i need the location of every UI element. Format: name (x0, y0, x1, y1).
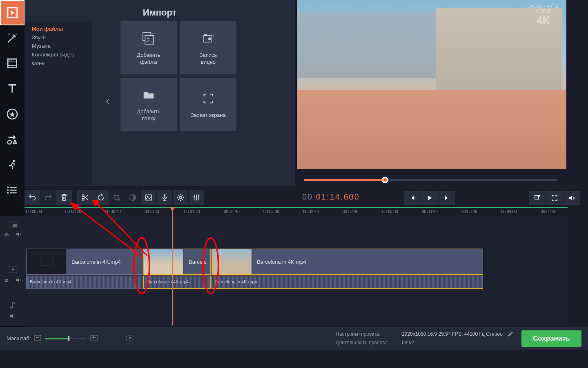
color-adjust-button[interactable] (125, 190, 140, 205)
track-visibility-toggle[interactable] (3, 277, 10, 285)
svg-point-11 (13, 60, 14, 61)
audio-clip-2[interactable]: Barcelona in 4K.mp4 (143, 276, 211, 289)
svg-rect-35 (164, 194, 165, 198)
preview-right-controls (529, 191, 580, 205)
screen-capture-icon (200, 90, 217, 107)
import-title: Импорт (24, 0, 295, 23)
rotate-button[interactable] (93, 190, 109, 205)
svg-point-31 (82, 198, 84, 200)
overlay-track-controls (0, 231, 24, 239)
video-clip-3[interactable]: Barcelona in 4K.mp4 (212, 249, 483, 275)
svg-point-20 (7, 186, 9, 188)
svg-rect-2 (16, 8, 17, 18)
project-settings-value: 1920x1080 16:9 29.97 FPS, 44100 Гц Стере… (402, 331, 503, 338)
speaker-icon (9, 313, 15, 319)
screen-capture-label: Захват экрана (191, 112, 226, 119)
playhead[interactable] (172, 207, 173, 325)
undo-button[interactable] (24, 190, 40, 205)
redo-button[interactable] (40, 190, 56, 205)
svg-point-34 (147, 196, 148, 197)
add-files-label: Добавить файлы (137, 52, 160, 66)
tool-magic-wand[interactable] (0, 25, 24, 51)
fullscreen-button[interactable] (546, 191, 563, 205)
tool-media[interactable] (0, 0, 24, 25)
import-category-video-collection[interactable]: Коллекция видео (24, 50, 92, 59)
crop-button[interactable] (109, 190, 125, 205)
import-category-sounds[interactable]: Звуки (24, 33, 92, 42)
audio-clip-3[interactable]: Barcelona in 4K.mp4 (212, 276, 483, 289)
volume-button[interactable] (564, 191, 580, 205)
svg-point-27 (208, 37, 211, 40)
ruler-tick: 00:01:40 (224, 209, 240, 214)
zoom-label: Масштаб: (7, 335, 31, 341)
ruler-tick: 00:04:00 (501, 209, 517, 214)
import-category-backgrounds[interactable]: Фоны (24, 59, 92, 67)
shapes-arrow-icon (6, 133, 19, 146)
ruler-tick: 00:03:00 (382, 209, 398, 214)
track-mute-toggle[interactable] (16, 231, 22, 239)
svg-marker-59 (129, 337, 131, 339)
zoom-fit-icon[interactable] (126, 335, 134, 342)
pip-icon (9, 221, 18, 228)
zoom-out-icon[interactable] (34, 335, 41, 342)
image-button[interactable] (141, 190, 156, 205)
tool-text[interactable] (0, 76, 24, 101)
import-category-my-files[interactable]: Мои файлы (24, 25, 92, 33)
audio-clip-1[interactable]: Barcelona in 4K.mp4 (26, 276, 143, 289)
tool-list[interactable] (0, 177, 24, 203)
equalizer-button[interactable] (189, 190, 204, 205)
track-visibility-toggle[interactable] (3, 231, 10, 239)
clip-label: Barcelona in 4K.mp4 (252, 259, 306, 265)
split-button[interactable] (77, 190, 93, 205)
preview-scrubber[interactable] (304, 177, 557, 183)
tool-motion[interactable] (0, 152, 24, 177)
svg-rect-39 (198, 195, 200, 197)
project-duration-label: Длительность проекта: (336, 340, 397, 346)
play-button[interactable] (421, 191, 438, 205)
microphone-button[interactable] (157, 190, 172, 205)
tool-stickers[interactable] (0, 101, 24, 127)
delete-button[interactable] (56, 190, 72, 205)
track-mute-toggle[interactable] (9, 313, 15, 321)
svg-rect-37 (194, 196, 195, 197)
tool-shapes[interactable] (0, 127, 24, 152)
add-files-tile[interactable]: Добавить файлы (120, 21, 177, 74)
video-track-controls (0, 277, 24, 285)
add-folder-tile[interactable]: Добавить папку (120, 78, 177, 131)
svg-point-50 (10, 307, 13, 309)
prev-frame-button[interactable] (404, 191, 421, 205)
zoom-slider[interactable] (45, 338, 86, 339)
record-video-tile[interactable]: Запись видео (180, 21, 236, 74)
track-mute-toggle[interactable] (16, 277, 22, 285)
svg-point-4 (16, 34, 17, 35)
music-track-controls (0, 313, 24, 321)
popout-icon (534, 194, 541, 202)
import-panel: Импорт Мои файлы Звуки Музыка Коллекция … (24, 0, 295, 186)
timeline-ruler[interactable]: 00:00:00 00:00:20 00:00:40 00:01:00 00:0… (24, 207, 568, 216)
screen-capture-tile[interactable]: Захват экрана (180, 78, 236, 131)
ruler-tick: 00:01:20 (184, 209, 200, 214)
svg-point-5 (9, 34, 10, 36)
image-icon (144, 193, 153, 202)
svg-marker-15 (13, 140, 17, 144)
video-clip-1[interactable]: Barcelona in 4K.mp4 (26, 249, 143, 275)
video-clip-2[interactable]: Barcelo (143, 249, 211, 275)
zoom-in-icon[interactable] (90, 335, 98, 342)
save-button[interactable]: Сохранить (521, 330, 581, 347)
settings-button[interactable] (173, 190, 188, 205)
contrast-icon (128, 193, 137, 202)
edit-project-settings-button[interactable] (508, 331, 513, 338)
svg-rect-43 (13, 224, 17, 227)
collapse-sidebar-button[interactable] (105, 98, 110, 107)
svg-point-49 (6, 280, 7, 281)
editing-toolbar (24, 189, 205, 206)
preview-viewport: JACOB + KATIE WORLD 4K (297, 0, 566, 169)
svg-point-22 (7, 192, 9, 194)
project-info: Настройки проекта: 1920x1080 16:9 29.97 … (336, 331, 513, 346)
popout-button[interactable] (529, 191, 546, 205)
tool-filters[interactable] (0, 51, 24, 76)
next-frame-button[interactable] (439, 191, 455, 205)
import-category-music[interactable]: Музыка (24, 42, 92, 50)
preview-watermark: JACOB + KATIE WORLD 4K (528, 4, 558, 27)
ruler-tick: 00:00:20 (65, 209, 81, 214)
